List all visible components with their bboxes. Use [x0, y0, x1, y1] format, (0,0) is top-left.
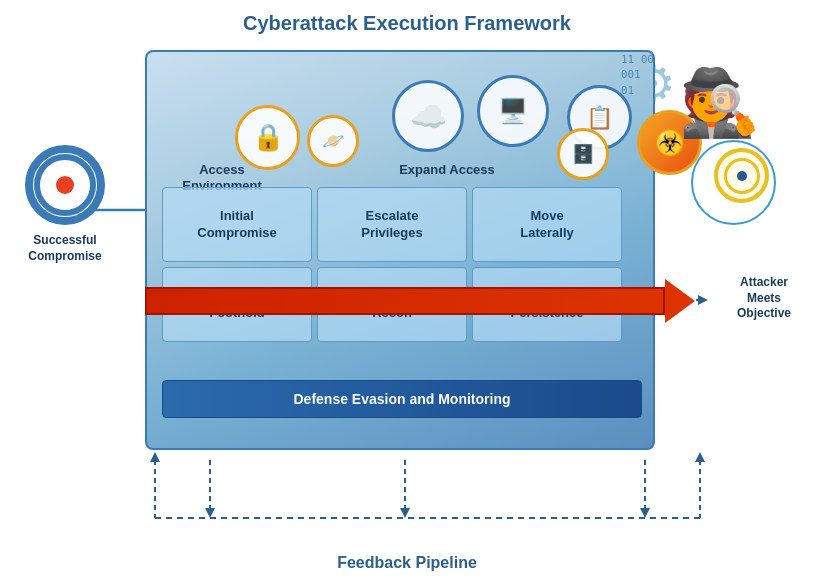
feedback-label: Feedback Pipeline [337, 554, 477, 572]
db-icon-container: 🗄️ [557, 128, 609, 180]
svg-marker-7 [640, 508, 650, 518]
main-container: Cyberattack Execution Framework Succ [0, 0, 814, 580]
framework-title: Cyberattack Execution Framework [243, 12, 571, 35]
target-icon [25, 145, 105, 225]
right-label: AttackerMeetsObjective [724, 275, 804, 322]
successful-compromise: SuccessfulCompromise [5, 145, 125, 264]
svg-marker-12 [695, 452, 705, 462]
red-arrow-body [145, 287, 665, 315]
move-laterally-cell: MoveLaterally [472, 187, 622, 262]
cloud-icon: ☁️ [392, 80, 464, 152]
attacker-icon: 🕵️ [679, 70, 759, 135]
orbit-icon-container: 🪐 [307, 115, 359, 167]
cloud-icon-container: ☁️ [392, 80, 464, 152]
left-label: SuccessfulCompromise [28, 233, 101, 264]
small-target-icon [714, 148, 769, 203]
svg-marker-5 [400, 508, 410, 518]
server-icon-container: 🖥️ [477, 75, 549, 147]
server-icon: 🖥️ [477, 75, 549, 147]
svg-marker-10 [150, 452, 160, 462]
database-icon: 🗄️ [557, 128, 609, 180]
red-arrow-head [665, 279, 695, 323]
lock-icon: 🔒 [235, 105, 300, 170]
red-arrow [145, 287, 705, 315]
main-framework-box: 🔒 🪐 ☁️ 🖥️ 📋 🗄️ [145, 50, 655, 450]
lock-icon-container: 🔒 [235, 105, 300, 170]
initial-compromise-cell: InitialCompromise [162, 187, 312, 262]
defense-bar: Defense Evasion and Monitoring [162, 380, 642, 418]
svg-marker-3 [205, 508, 215, 518]
escalate-privileges-cell: EscalatePrivileges [317, 187, 467, 262]
phase-grid: InitialCompromise EscalatePrivileges Mov… [162, 187, 642, 342]
expand-access-label: Expand Access [347, 162, 547, 177]
orbit-icon: 🪐 [307, 115, 359, 167]
binary-text: 11 0000101 [621, 52, 654, 98]
